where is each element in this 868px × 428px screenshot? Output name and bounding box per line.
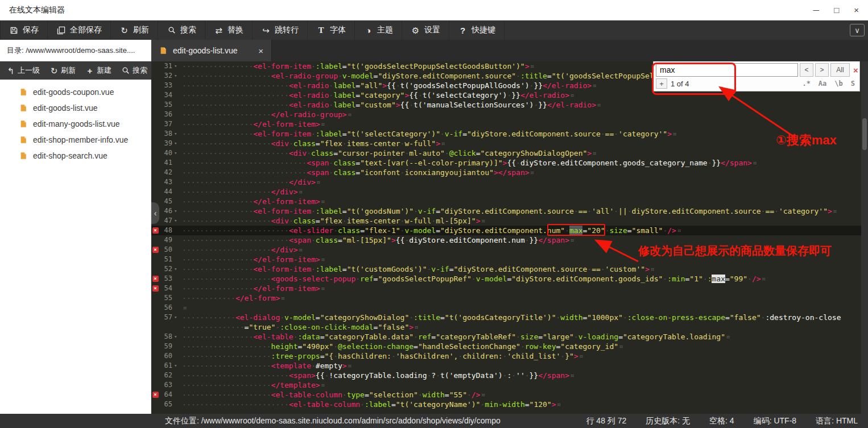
- code-line[interactable]: ··············="true"·:close-on-click-mo…: [181, 322, 861, 332]
- search-input[interactable]: [656, 63, 798, 77]
- find-all-button[interactable]: All: [830, 63, 850, 77]
- search-match-counter: 1 of 4: [671, 80, 689, 88]
- code-line[interactable]: ················</el-form-item>¤: [181, 284, 861, 293]
- minimize-button[interactable]: ─: [813, 6, 820, 14]
- code-line[interactable]: ················<el-table·:data="categor…: [181, 332, 861, 342]
- code-line[interactable]: ························</div>¤: [181, 177, 861, 187]
- code-text: ····················<el-table-column·typ…: [182, 390, 485, 399]
- code-line[interactable]: ····························<span·class=…: [181, 158, 861, 168]
- replace-icon: ⇄: [214, 26, 224, 35]
- code-line[interactable]: ····················</div>¤: [181, 187, 861, 197]
- editor-scrollbar[interactable]: [861, 61, 868, 414]
- tab-edit-goods-list[interactable]: edit-goods-list.vue ×: [151, 40, 272, 61]
- case-sensitive-toggle[interactable]: Aa: [816, 79, 829, 88]
- code-line[interactable]: ····························<span·class=…: [181, 168, 861, 177]
- language-setting[interactable]: 语言: HTML: [816, 416, 858, 426]
- code-line[interactable]: ················<el-form-item·:label="t(…: [181, 206, 861, 216]
- code-line[interactable]: ························<el-radio·label=…: [181, 100, 861, 110]
- spaces-setting[interactable]: 空格: 4: [709, 416, 734, 426]
- code-line[interactable]: ····················height="490px"·@sele…: [181, 342, 861, 351]
- refresh-button[interactable]: ↻刷新: [50, 65, 76, 76]
- line-number: 40: [159, 148, 174, 158]
- code-line[interactable]: ················<el-form-item·:label="t(…: [181, 264, 861, 274]
- refresh-button[interactable]: ↻刷新: [111, 20, 158, 40]
- code-line[interactable]: ················<el-form-item·:label="t(…: [181, 129, 861, 139]
- code-line[interactable]: ····················<goods-select-popup·…: [181, 274, 861, 284]
- history-version[interactable]: 历史版本: 无: [646, 416, 690, 426]
- fold-toggle-icon[interactable]: ▾: [174, 148, 181, 158]
- fold-toggle-icon[interactable]: ▾: [174, 361, 181, 371]
- code-line[interactable]: ····················</el-radio-group>¤: [181, 110, 861, 119]
- toolbar-collapse-button[interactable]: ∨: [850, 24, 865, 36]
- gutter-cell: 62: [151, 371, 181, 380]
- code-line[interactable]: ¤: [181, 303, 861, 313]
- file-item[interactable]: edit-goods-coupon.vue: [0, 84, 151, 100]
- code-line[interactable]: ····················<div·class="flex·ite…: [181, 139, 861, 148]
- toggle-replace-button[interactable]: +: [656, 78, 667, 89]
- find-next-button[interactable]: >: [815, 63, 829, 77]
- code-line[interactable]: ················</el-form-item>¤: [181, 119, 861, 129]
- theme-button[interactable]: ◑主题: [355, 20, 402, 40]
- close-button[interactable]: ×: [854, 6, 859, 14]
- modified-marker: [151, 158, 159, 168]
- save-all-button[interactable]: 全部保存: [48, 20, 111, 40]
- save-all-icon: [56, 26, 66, 35]
- cursor-position[interactable]: 行 48 列 72: [586, 416, 626, 426]
- search-in-selection-toggle[interactable]: S: [849, 79, 857, 88]
- code-line[interactable]: ············<el-dialog·v-model="category…: [181, 313, 861, 322]
- file-item[interactable]: edit-many-goods-list.vue: [0, 116, 151, 132]
- file-item[interactable]: edit-goods-list.vue: [0, 100, 151, 116]
- save-button[interactable]: 保存: [0, 20, 48, 40]
- search-button[interactable]: 搜索: [158, 20, 205, 40]
- new-file-button[interactable]: +新建: [86, 65, 111, 76]
- fold-toggle-icon[interactable]: ▾: [174, 71, 181, 81]
- file-item[interactable]: edit-shop-member-info.vue: [0, 132, 151, 148]
- code-line[interactable]: ························<span>{{·!catego…: [181, 371, 861, 380]
- tab-close-icon[interactable]: ×: [258, 46, 263, 56]
- fold-toggle-icon[interactable]: ▾: [174, 216, 181, 226]
- goto-line-button[interactable]: ↪跳转行: [253, 20, 308, 40]
- modified-marker: [151, 129, 159, 139]
- code-line[interactable]: ························<el-slider·class…: [181, 226, 861, 235]
- fold-toggle-icon[interactable]: ▾: [174, 139, 181, 148]
- line-number: 50: [159, 245, 174, 255]
- gutter-cell: ×64: [151, 390, 181, 400]
- search-icon: [167, 26, 176, 35]
- fold-toggle-icon[interactable]: ▾: [174, 313, 181, 322]
- code-line[interactable]: ····················<div·class="flex·ite…: [181, 216, 861, 226]
- replace-button[interactable]: ⇄替换: [205, 20, 253, 40]
- code-line[interactable]: ················</el-form-item>¤: [181, 197, 861, 206]
- whole-word-toggle[interactable]: \b: [832, 79, 845, 88]
- code-line[interactable]: ············</el-form>¤: [181, 293, 861, 303]
- fold-toggle-icon[interactable]: ▾: [174, 129, 181, 139]
- fold-toggle-icon[interactable]: ▾: [174, 332, 181, 342]
- maximize-button[interactable]: □: [834, 6, 839, 14]
- code-line[interactable]: ························<el-table-column…: [181, 400, 861, 409]
- search-close-button[interactable]: ×: [852, 65, 860, 75]
- code-line[interactable]: ························<div·class="curs…: [181, 148, 861, 158]
- font-button[interactable]: T字体: [308, 20, 355, 40]
- modified-marker: [151, 371, 159, 380]
- fold-toggle-icon[interactable]: ▾: [174, 206, 181, 216]
- tab-label: edit-goods-list.vue: [173, 46, 238, 55]
- scrollbar-thumb[interactable]: [862, 118, 867, 150]
- code-line[interactable]: ························<el-radio·label=…: [181, 90, 861, 100]
- file-item[interactable]: edit-shop-search.vue: [0, 148, 151, 164]
- sidebar-collapse-button[interactable]: ‹: [151, 202, 159, 224]
- modified-marker-icon: ×: [152, 276, 159, 282]
- up-level-button[interactable]: ↰上一级: [7, 65, 40, 76]
- fold-toggle-icon[interactable]: ▾: [174, 61, 181, 71]
- line-number: 32: [159, 71, 174, 81]
- search-files-button[interactable]: 搜索: [122, 65, 147, 76]
- code-line[interactable]: ····················<template·#empty>¤: [181, 361, 861, 371]
- code-line[interactable]: ····················</template>¤: [181, 380, 861, 390]
- regex-toggle[interactable]: .*: [800, 79, 812, 88]
- shortcuts-button[interactable]: ?快捷键: [449, 20, 505, 40]
- encoding-setting[interactable]: 编码: UTF-8: [754, 416, 796, 426]
- code-line[interactable]: ····················:tree-props="{·hasCh…: [181, 351, 861, 361]
- settings-button[interactable]: ⚙设置: [402, 20, 449, 40]
- code-line[interactable]: ····················<el-table-column·typ…: [181, 390, 861, 400]
- fold-toggle-icon[interactable]: ▾: [174, 264, 181, 274]
- gutter-cell: 33: [151, 81, 181, 90]
- find-prev-button[interactable]: <: [800, 63, 813, 77]
